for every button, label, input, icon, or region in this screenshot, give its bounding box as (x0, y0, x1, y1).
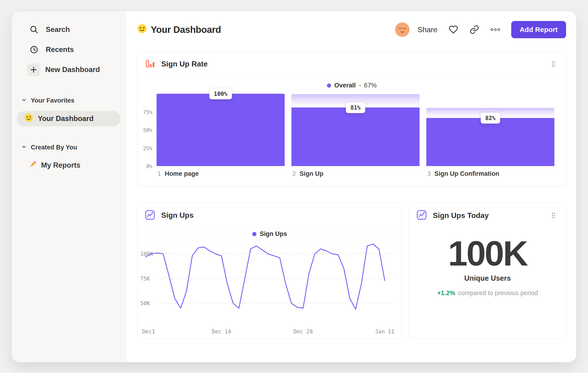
card-header: Sign Up Rate (137, 51, 566, 77)
conversion-label: 81% (346, 102, 365, 113)
sidebar: Search Recents New Dashboard Your Favori… (12, 11, 126, 362)
card-title: Sign Up Rate (161, 60, 208, 68)
step-number: 3 (427, 171, 431, 177)
smiley-emoji-icon (24, 113, 33, 124)
step-number: 2 (292, 171, 296, 177)
y-axis-tick: 75K (140, 276, 150, 282)
copy-link-icon[interactable] (469, 24, 480, 35)
chevron-down-icon (21, 144, 27, 151)
sidebar-item-your-dashboard[interactable]: Your Dashboard (17, 111, 121, 126)
favorite-heart-icon[interactable] (448, 24, 459, 35)
sidebar-item-label: Search (46, 25, 70, 34)
card-title: Sign Ups (161, 211, 194, 220)
sign-up-rate-card: Sign Up Rate Overall • 67% 75%50%25%0% 1… (137, 51, 566, 186)
funnel-report-icon (144, 58, 156, 70)
funnel-step: 82%3Sign Up Confirmation (426, 94, 554, 177)
kpi-delta-row: +1.2% compared to previous period (437, 290, 538, 297)
step-number: 1 (158, 171, 161, 177)
card-header: Sign Ups (137, 203, 402, 228)
funnel-bar[interactable] (291, 108, 420, 166)
x-axis-tick: Dec1 (142, 328, 155, 334)
chevron-down-icon (21, 97, 27, 104)
card-title: Sign Ups Today (433, 211, 489, 220)
x-axis-tick: Dec 28 (293, 328, 313, 334)
plus-icon (27, 63, 40, 76)
sign-ups-today-card: Sign Ups Today 100K Unique Users +1.2% c… (409, 202, 566, 339)
section-label: Your Favorites (31, 97, 74, 104)
smiley-emoji-icon (137, 24, 147, 36)
x-axis-tick: Jan 11 (375, 328, 394, 334)
funnel-bar[interactable] (426, 118, 554, 166)
sidebar-item-label: My Reports (41, 161, 81, 170)
step-name: Home page (165, 170, 199, 177)
sidebar-item-label: Recents (46, 45, 74, 54)
step-label: 1Home page (157, 170, 285, 177)
page-title-text: Your Dashboard (151, 24, 221, 35)
y-axis-tick: 50K (140, 300, 150, 306)
funnel-step: 81%2Sign Up (291, 94, 420, 177)
legend-label: Sign Ups (260, 230, 287, 238)
search-icon (29, 24, 39, 35)
kpi-value: 100K (448, 236, 527, 271)
user-avatar[interactable] (395, 22, 410, 37)
legend-separator: • (359, 82, 361, 89)
line-legend[interactable]: Sign Ups (137, 228, 402, 240)
main-content: Your Dashboard Share Add Report (126, 11, 576, 362)
add-report-button[interactable]: Add Report (511, 21, 566, 38)
funnel-plot: 100% (157, 94, 285, 166)
kpi-subtitle: Unique Users (464, 274, 511, 282)
sidebar-item-my-reports[interactable]: My Reports (12, 157, 126, 173)
section-label: Created By You (31, 144, 77, 151)
step-label: 3Sign Up Confirmation (426, 170, 554, 177)
sidebar-section-created-by-you[interactable]: Created By You (12, 140, 126, 154)
funnel-bar[interactable] (157, 94, 285, 166)
dashboard-header: Your Dashboard Share Add Report (126, 11, 576, 48)
kpi-body: 100K Unique Users +1.2% compared to prev… (409, 228, 566, 297)
share-button[interactable]: Share (417, 25, 437, 34)
sign-ups-card: Sign Ups Sign Ups 100K75K50KDec1Dec 14De… (137, 202, 402, 339)
insights-report-icon (416, 209, 427, 222)
funnel-legend[interactable]: Overall • 67% (137, 82, 566, 89)
conversion-label: 100% (209, 89, 232, 99)
funnel-chart: 75%50%25%0% 100%1Home page81%2Sign Up82%… (137, 94, 554, 177)
conversion-label: 82% (481, 113, 500, 123)
y-axis-tick: 75% (143, 110, 152, 115)
legend-dot (327, 83, 331, 88)
insights-report-icon (144, 209, 156, 222)
sidebar-section-your-favorites[interactable]: Your Favorites (12, 93, 126, 108)
funnel-yaxis: 75%50%25%0% (137, 94, 152, 166)
y-axis-tick: 25% (143, 146, 152, 151)
y-axis-tick: 50% (143, 128, 152, 133)
y-axis-tick: 0% (146, 164, 153, 169)
step-name: Sign Up Confirmation (434, 170, 499, 177)
step-name: Sign Up (300, 170, 323, 177)
page-title: Your Dashboard (137, 24, 221, 36)
app-window: Search Recents New Dashboard Your Favori… (12, 11, 576, 362)
kpi-delta: +1.2% (437, 290, 455, 297)
x-axis-tick: Dec 14 (212, 328, 231, 334)
more-options-icon[interactable] (490, 24, 501, 35)
funnel-columns: 100%1Home page81%2Sign Up82%3Sign Up Con… (157, 94, 554, 177)
legend-dot (252, 232, 256, 236)
clock-icon (29, 45, 39, 55)
funnel-plot: 82% (426, 94, 554, 166)
funnel-step: 100%1Home page (157, 94, 285, 177)
sidebar-item-label: New Dashboard (45, 66, 100, 74)
sidebar-item-recents[interactable]: Recents (12, 40, 126, 60)
sidebar-item-label: Your Dashboard (38, 114, 94, 123)
legend-value: 67% (364, 82, 377, 89)
sidebar-item-new-dashboard[interactable]: New Dashboard (12, 60, 126, 80)
drag-handle-icon[interactable] (551, 212, 556, 219)
step-label: 2Sign Up (291, 170, 420, 177)
sign-ups-line-series[interactable] (146, 244, 385, 309)
funnel-plot: 81% (291, 94, 420, 166)
legend-label: Overall (334, 82, 356, 89)
kpi-delta-note: compared to previous period (458, 290, 538, 297)
pencil-icon (29, 160, 37, 171)
card-header: Sign Ups Today (409, 203, 566, 228)
drag-handle-icon[interactable] (551, 60, 556, 68)
line-chart[interactable]: 100K75K50KDec1Dec 14Dec 28Jan 11 (137, 240, 402, 339)
sidebar-item-search[interactable]: Search (12, 20, 126, 40)
